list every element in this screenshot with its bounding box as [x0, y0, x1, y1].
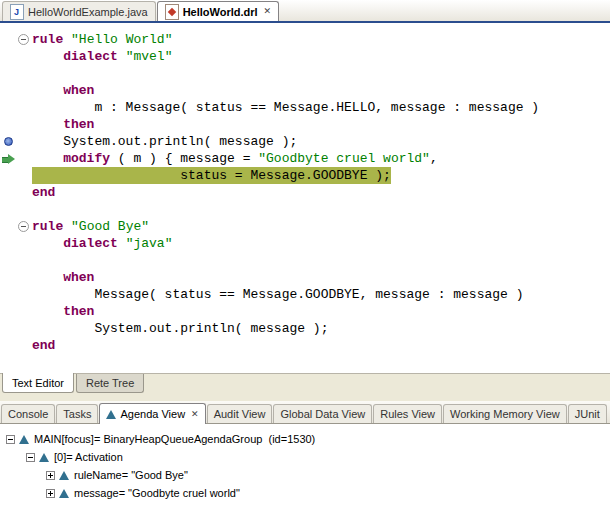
- code-line[interactable]: System.out.println( message );: [32, 320, 610, 337]
- code-token: [118, 49, 126, 64]
- keyword-token: end: [32, 338, 55, 353]
- code-line[interactable]: when: [32, 269, 610, 286]
- code-token: [32, 236, 63, 251]
- code-area[interactable]: rule "Hello World" dialect "mvel" when m…: [32, 23, 610, 373]
- view-tab-label: Rules View: [380, 408, 435, 420]
- editor-tab-helloworld-drl[interactable]: HelloWorld.drl✕: [157, 1, 280, 21]
- close-icon[interactable]: ✕: [191, 410, 199, 419]
- code-token: Message( status == Message.GOODBYE, mess…: [32, 287, 523, 302]
- keyword-token: end: [32, 185, 55, 200]
- code-line[interactable]: then: [32, 303, 610, 320]
- editor-tab-bar: HelloWorldExample.javaHelloWorld.drl✕: [0, 0, 610, 23]
- keyword-token: rule: [32, 219, 63, 234]
- page-tab-label: Text Editor: [12, 377, 64, 389]
- code-line-text: modify ( m ) { message = "Goodbyte cruel…: [32, 150, 438, 167]
- agenda-item-icon: [59, 471, 69, 480]
- code-line-text: System.out.println( message );: [32, 133, 297, 150]
- view-tab-audit-view[interactable]: Audit View: [207, 404, 273, 423]
- agenda-item-icon: [19, 435, 29, 444]
- tree-collapse-icon[interactable]: [6, 435, 15, 444]
- code-line[interactable]: when: [32, 82, 610, 99]
- code-line[interactable]: System.out.println( message );: [32, 133, 610, 150]
- code-line-text: then: [32, 116, 94, 133]
- view-tab-console[interactable]: Console: [1, 404, 55, 423]
- code-line-text: then: [32, 303, 94, 320]
- code-line-text: end: [32, 184, 55, 201]
- code-line[interactable]: [32, 252, 610, 269]
- code-line[interactable]: end: [32, 184, 610, 201]
- keyword-token: then: [63, 117, 94, 132]
- code-token: [32, 304, 63, 319]
- view-tab-label: Working Memory View: [450, 408, 560, 420]
- agenda-tree: MAIN[focus]= BinaryHeapQueueAgendaGroup …: [0, 424, 610, 512]
- tree-row[interactable]: [0]= Activation: [0, 448, 610, 466]
- code-token: [32, 270, 63, 285]
- code-line[interactable]: dialect "java": [32, 235, 610, 252]
- page-tab-rete-tree[interactable]: Rete Tree: [76, 374, 144, 393]
- page-tab-text-editor[interactable]: Text Editor: [2, 373, 74, 393]
- view-tab-global-data-view[interactable]: Global Data View: [273, 404, 372, 423]
- code-line[interactable]: m : Message( status == Message.HELLO, me…: [32, 99, 610, 116]
- code-token: [32, 49, 63, 64]
- fold-gutter[interactable]: [16, 23, 32, 373]
- view-tab-working-memory-view[interactable]: Working Memory View: [443, 404, 567, 423]
- page-tab-label: Rete Tree: [86, 377, 134, 389]
- view-tab-junit[interactable]: JUnit: [568, 404, 607, 423]
- code-line-text: System.out.println( message );: [32, 320, 328, 337]
- tree-item-label: MAIN[focus]= BinaryHeapQueueAgendaGroup …: [34, 433, 315, 445]
- view-tab-label: Agenda View: [120, 408, 185, 420]
- view-tab-agenda-view[interactable]: Agenda View✕: [99, 403, 205, 424]
- code-line[interactable]: end: [32, 337, 610, 354]
- code-line[interactable]: dialect "mvel": [32, 48, 610, 65]
- string-token: "java": [126, 236, 173, 251]
- string-token: "Good Bye": [71, 219, 149, 234]
- editor-tab-helloworldexample-java[interactable]: HelloWorldExample.java: [2, 1, 156, 21]
- code-line[interactable]: status = Message.GOODBYE );: [32, 167, 610, 184]
- code-token: [63, 219, 71, 234]
- code-line[interactable]: rule "Good Bye": [32, 218, 610, 235]
- code-line-text: Message( status == Message.GOODBYE, mess…: [32, 286, 523, 303]
- tree-expand-icon[interactable]: [46, 489, 55, 498]
- tree-item-label: message= "Goodbyte cruel world": [74, 487, 240, 499]
- keyword-token: when: [63, 270, 94, 285]
- fold-minus-icon[interactable]: [18, 221, 29, 232]
- code-token: [63, 32, 71, 47]
- string-token: "Hello World": [71, 32, 172, 47]
- view-tab-tasks[interactable]: Tasks: [56, 404, 98, 423]
- drl-file-icon: [165, 4, 179, 20]
- close-icon[interactable]: ✕: [264, 7, 272, 16]
- code-line-text: when: [32, 269, 94, 286]
- view-tab-label: Tasks: [63, 408, 91, 420]
- code-line-text: m : Message( status == Message.HELLO, me…: [32, 99, 539, 116]
- tree-row[interactable]: ruleName= "Good Bye": [0, 466, 610, 484]
- keyword-token: dialect: [63, 236, 118, 251]
- view-tab-label: Console: [8, 408, 48, 420]
- fold-minus-icon[interactable]: [18, 34, 29, 45]
- code-line[interactable]: [32, 65, 610, 82]
- tree-row[interactable]: MAIN[focus]= BinaryHeapQueueAgendaGroup …: [0, 430, 610, 448]
- agenda-item-icon: [59, 489, 69, 498]
- agenda-view-icon: [106, 410, 116, 419]
- code-line[interactable]: Message( status == Message.GOODBYE, mess…: [32, 286, 610, 303]
- code-editor: rule "Hello World" dialect "mvel" when m…: [0, 23, 610, 373]
- view-tab-rules-view[interactable]: Rules View: [373, 404, 442, 423]
- code-line[interactable]: [32, 201, 610, 218]
- code-line[interactable]: rule "Hello World": [32, 31, 610, 48]
- tree-row[interactable]: message= "Goodbyte cruel world": [0, 484, 610, 502]
- marker-gutter[interactable]: [0, 23, 16, 373]
- code-token: System.out.println( message );: [32, 134, 297, 149]
- page-tab-bar: Text EditorRete Tree: [0, 373, 610, 395]
- code-line[interactable]: then: [32, 116, 610, 133]
- code-line[interactable]: modify ( m ) { message = "Goodbyte cruel…: [32, 150, 610, 167]
- tree-expand-icon[interactable]: [46, 471, 55, 480]
- eclipse-drools-window: { "window": {"background": "#ece9d8"}, "…: [0, 0, 610, 512]
- code-line-text: end: [32, 337, 55, 354]
- code-line-text: rule "Good Bye": [32, 218, 149, 235]
- tree-collapse-icon[interactable]: [26, 453, 35, 462]
- code-token: [118, 236, 126, 251]
- code-line-text: dialect "mvel": [32, 48, 172, 65]
- keyword-token: dialect: [63, 49, 118, 64]
- keyword-token: then: [63, 304, 94, 319]
- code-token: [32, 151, 63, 166]
- code-line-text: status = Message.GOODBYE );: [32, 167, 391, 184]
